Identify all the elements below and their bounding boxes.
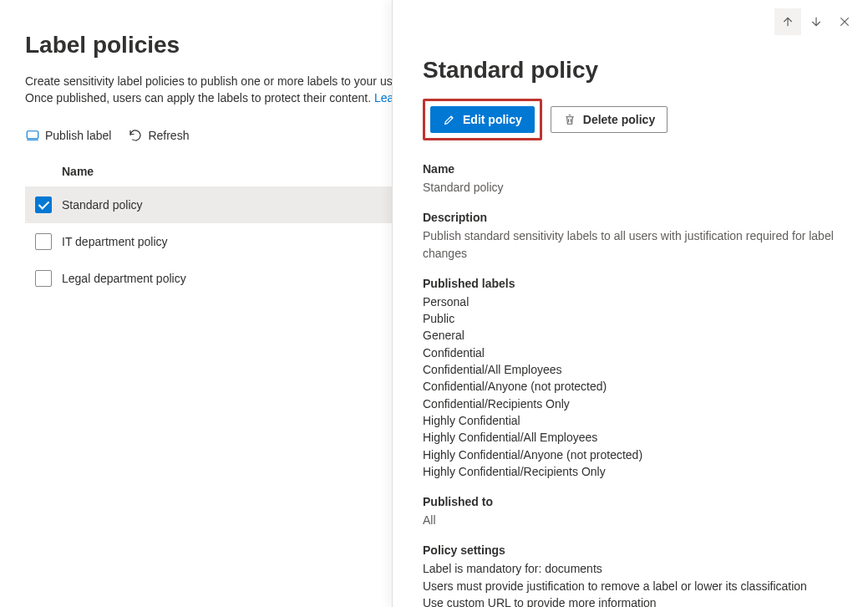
edit-icon bbox=[443, 113, 456, 126]
policy-settings-list: Label is mandatory for: documentsUsers m… bbox=[423, 560, 838, 607]
field-description-value: Publish standard sensitivity labels to a… bbox=[423, 227, 838, 262]
field-published-labels-label: Published labels bbox=[423, 277, 838, 290]
arrow-down-icon bbox=[810, 15, 823, 28]
field-name-value: Standard policy bbox=[423, 179, 838, 196]
list-item: Label is mandatory for: documents bbox=[423, 560, 838, 577]
up-arrow-button[interactable] bbox=[774, 8, 801, 35]
list-item: Use custom URL to provide more informati… bbox=[423, 594, 838, 607]
list-item: General bbox=[423, 327, 838, 344]
checkbox[interactable] bbox=[35, 196, 52, 213]
field-description-label: Description bbox=[423, 211, 838, 224]
field-policy-settings-label: Policy settings bbox=[423, 543, 838, 557]
delete-policy-button[interactable]: Delete policy bbox=[551, 106, 667, 133]
list-item: Public bbox=[423, 310, 838, 327]
list-item: Confidential bbox=[423, 344, 838, 361]
list-item: Users must provide justification to remo… bbox=[423, 578, 838, 594]
panel-title: Standard policy bbox=[423, 57, 838, 84]
list-item: Highly Confidential/Recipients Only bbox=[423, 463, 838, 480]
refresh-action[interactable]: Refresh bbox=[128, 128, 189, 143]
refresh-icon bbox=[128, 128, 143, 143]
list-item: Confidential/Anyone (not protected) bbox=[423, 378, 838, 395]
publish-label-action[interactable]: Publish label bbox=[25, 128, 111, 143]
row-name: Standard policy bbox=[62, 198, 143, 212]
close-button[interactable] bbox=[831, 8, 858, 35]
field-published-to-value: All bbox=[423, 512, 838, 528]
down-arrow-button[interactable] bbox=[803, 8, 830, 35]
edit-policy-button[interactable]: Edit policy bbox=[430, 106, 535, 133]
published-labels-list: PersonalPublicGeneralConfidentialConfide… bbox=[423, 293, 838, 480]
arrow-up-icon bbox=[781, 15, 794, 28]
list-item: Highly Confidential/All Employees bbox=[423, 429, 838, 446]
row-name: IT department policy bbox=[62, 235, 168, 248]
field-name-label: Name bbox=[423, 162, 838, 176]
checkbox[interactable] bbox=[35, 270, 52, 287]
highlight-ring: Edit policy bbox=[423, 99, 542, 140]
list-item: Personal bbox=[423, 293, 838, 310]
publish-icon bbox=[25, 128, 40, 143]
delete-policy-label: Delete policy bbox=[583, 113, 655, 126]
details-panel: Standard policy Edit policy Delete polic… bbox=[392, 0, 868, 607]
edit-policy-label: Edit policy bbox=[463, 113, 522, 126]
list-item: Confidential/Recipients Only bbox=[423, 395, 838, 412]
list-item: Highly Confidential bbox=[423, 412, 838, 429]
close-icon bbox=[838, 15, 851, 28]
delete-icon bbox=[563, 113, 576, 126]
list-item: Confidential/All Employees bbox=[423, 361, 838, 378]
row-name: Legal department policy bbox=[62, 272, 186, 285]
checkbox[interactable] bbox=[35, 233, 52, 250]
svg-rect-0 bbox=[27, 131, 38, 139]
refresh-text: Refresh bbox=[148, 129, 189, 142]
field-published-to-label: Published to bbox=[423, 495, 838, 508]
list-item: Highly Confidential/Anyone (not protecte… bbox=[423, 446, 838, 463]
publish-label-text: Publish label bbox=[45, 129, 111, 142]
